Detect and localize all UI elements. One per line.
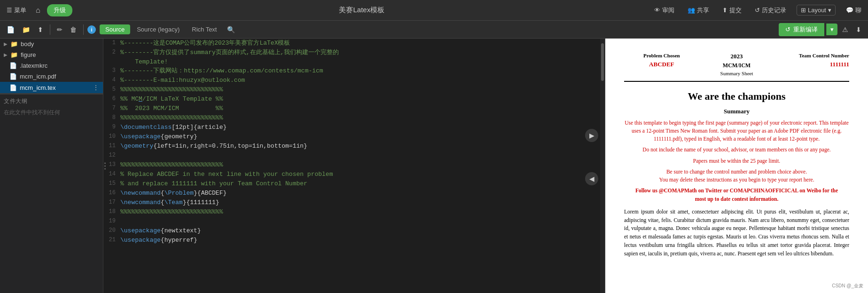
history-button[interactable]: ↺ 历史记录 [752,4,789,16]
home-icon: ⌂ [36,6,40,15]
folder-icon: 📁 [10,40,18,48]
app-title: 美赛Latex模板 [76,6,648,15]
compile-area: ↺ 重新编译 ▾ ⚠ ⬇ [779,23,864,36]
search-button[interactable]: 🔍 [224,24,238,35]
layout-button[interactable]: ⊞ Layout ▾ [797,5,836,16]
sidebar-item-tex[interactable]: 📄 mcm_icm.tex ⋮ [0,82,103,93]
scrollbar-thumb[interactable] [601,43,604,81]
code-line: 20 \usepackage{newtxtext} [103,226,605,236]
code-line: 5 %%%%%%%%%%%%%%%%%%%%%%%%%%%% [103,85,605,95]
preview-contest: MCM/ICM [723,61,751,70]
share-icon: 👥 [688,7,695,14]
download-button[interactable]: ⬆ [35,24,46,35]
preview-header-row: Problem Chosen ABCDEF 2023 MCM/ICM Summa… [624,52,849,77]
preview-para1: Use this template to begin typing the fi… [624,119,849,143]
tab-source-legacy[interactable]: Source (legacy) [131,24,185,34]
layout-chevron-icon: ▾ [828,7,831,14]
preview-para4: Be sure to change the control number and… [624,168,849,184]
sidebar-label-latexmkrc: .latexmkrc [20,62,47,69]
code-line: 2 %--------官方仅提供了summary页面的样式,在此基础上,我们构建… [103,48,605,66]
code-line: 4 %--------E-mail:hnuzyx@outlook.com [103,76,605,85]
warning-icon: ⚠ [842,26,848,33]
compile-dropdown-button[interactable]: ▾ [826,24,837,35]
sidebar-label-figure: figure [21,51,36,58]
code-line: 12 [103,151,605,160]
sidebar-label-pdf: mcm_icm.pdf [20,73,56,80]
new-file-icon: 📄 [7,26,15,33]
warning-icon-btn[interactable]: ⚠ [839,24,851,35]
code-line: 10 \usepackage{geometry} [103,132,605,142]
code-line: 11 \geometry{left=1in,right=0.75in,top=1… [103,142,605,151]
layout-icon: ⊞ [801,7,806,14]
preview-pane: Problem Chosen ABCDEF 2023 MCM/ICM Summa… [605,39,868,293]
preview-para5: Follow us @COMAPMath on Twitter or COMAP… [624,187,849,203]
code-line: 15 % and replace 1111111 with your Team … [103,179,605,189]
compile-button[interactable]: ↺ 重新编译 [779,23,824,36]
upload-button[interactable]: 📁 [19,24,33,35]
sidebar-item-body[interactable]: ▶ 📁 body [0,39,103,49]
pdf-icon: ⬇ [856,26,861,33]
edit-button[interactable]: ✏ [54,24,65,35]
upgrade-button[interactable]: 升级 [47,4,72,16]
preview-year-section: 2023 MCM/ICM Summary Sheet [699,52,774,77]
tab-rich-text[interactable]: Rich Text [186,24,222,34]
review-button[interactable]: 👁 审阅 [651,4,677,16]
preview-year: 2023 [731,52,743,61]
home-button[interactable]: ⌂ [33,4,43,16]
code-line: 3 %--------下载网站：https://www.comap.com/co… [103,66,605,76]
info-icon[interactable]: i [87,25,96,34]
refresh-icon: ↺ [785,26,790,33]
code-line: 1 %--------这是COMAP公司发布的2023年美赛官方LaTeX模板 [103,39,605,48]
preview-para2: Do not include the name of your school, … [624,146,849,154]
preview-team-number: Team Control Number 1111111 [774,52,849,69]
new-file-button[interactable]: 📄 [4,24,17,35]
problem-chosen-value: ABCDEF [624,60,699,69]
code-line: 21 \usepackage{hyperref} [103,236,605,245]
chevron-right-icon2: ▶ [4,52,8,57]
sidebar-item-figure[interactable]: ▶ 📁 figure [0,49,103,60]
editor-scrollbar[interactable] [600,39,605,293]
code-line: 18 %%%%%%%%%%%%%%%%%%%%%%%%%%%% [103,207,605,217]
delete-button[interactable]: 🗑 [67,24,79,35]
chat-button[interactable]: 💬 聊 [843,4,864,16]
source-tab-group: Source Source (legacy) Rich Text [100,24,222,34]
sidebar-label-body: body [21,40,34,48]
tab-source[interactable]: Source [100,24,130,34]
problem-chosen-label: Problem Chosen [624,52,699,60]
preview-year-row: 2023 MCM/ICM Summary Sheet [699,52,774,77]
sidebar-item-pdf[interactable]: 📄 mcm_icm.pdf [0,71,103,82]
top-toolbar: ☰ 菜单 ⌂ 升级 美赛Latex模板 👁 审阅 👥 共享 ⬆ 提交 ↺ 历史记… [0,0,868,21]
chevron-down-icon: ▾ [830,26,834,33]
nav-forward-arrow[interactable]: ▶ [585,129,598,142]
history-icon: ↺ [755,7,760,14]
outline-empty: 在此文件中找不到任何 [0,107,103,119]
code-line: 8 %%%%%%%%%%%%%%%%%%%%%%%%%%%% [103,113,605,123]
pencil-icon: ✏ [57,26,63,33]
preview-inner: Problem Chosen ABCDEF 2023 MCM/ICM Summa… [605,39,868,271]
preview-summary-sheet: Summary Sheet [720,70,753,78]
resize-handle[interactable] [104,162,106,169]
more-icon[interactable]: ⋮ [93,84,99,91]
menu-label: 菜单 [14,6,26,15]
code-line: 9 \documentclass[12pt]{article} [103,123,605,132]
preview-problem-chosen: Problem Chosen ABCDEF [624,52,699,69]
second-toolbar: 📄 📁 ⬆ ✏ 🗑 i Source Source (legacy) Rich … [0,21,868,39]
sidebar-item-latexmkrc[interactable]: 📄 .latexmkrc [0,60,103,71]
file-icon4: 📄 [9,73,17,80]
save-pdf-button[interactable]: ⬇ [853,24,864,35]
preview-title: We are the champions [624,88,849,104]
team-number-value: 1111111 [774,60,849,69]
menu-icon: ☰ [7,7,12,14]
code-line: 13 %%%%%%%%%%%%%%%%%%%%%%%%%%%% [103,160,605,170]
search-icon: 🔍 [227,26,235,33]
share-button[interactable]: 👥 共享 [685,4,712,16]
submit-button[interactable]: ⬆ 提交 [719,4,744,16]
nav-back-arrow[interactable]: ◀ [585,172,598,185]
menu-button[interactable]: ☰ 菜单 [4,4,29,16]
code-content[interactable]: 1 %--------这是COMAP公司发布的2023年美赛官方LaTeX模板 … [103,39,605,293]
file-icon3: 📄 [9,62,17,69]
code-line: 16 \newcommand{\Problem}{ABCDEF} [103,189,605,198]
review-icon: 👁 [654,7,660,14]
team-number-label: Team Control Number [774,52,849,60]
sidebar-wrapper: ▶ 📁 body ▶ 📁 figure 📄 .latexmkrc 📄 mcm_i… [0,39,103,293]
